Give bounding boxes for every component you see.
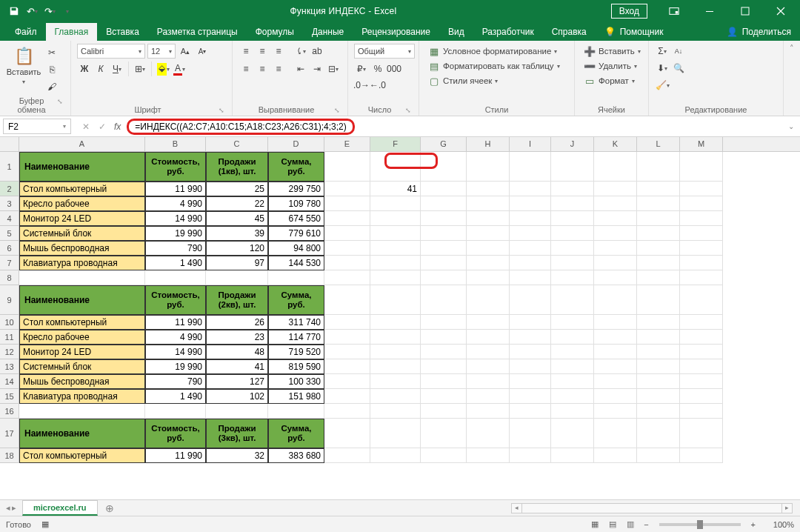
cell[interactable] (637, 182, 680, 196)
cell[interactable] (19, 270, 145, 285)
clipboard-launcher[interactable]: ⤡ (57, 98, 64, 105)
align-right[interactable]: ≡ (271, 61, 286, 76)
row-header-6[interactable]: 6 (0, 241, 19, 256)
cell[interactable] (510, 285, 551, 315)
cell[interactable] (370, 389, 421, 404)
cell[interactable] (510, 256, 551, 270)
fx-icon[interactable]: fx (114, 122, 127, 132)
borders-button[interactable]: ⊞▾ (133, 61, 147, 76)
cell[interactable] (324, 241, 370, 256)
redo-button[interactable]: ↷▾ (41, 3, 58, 19)
cell[interactable] (680, 152, 723, 182)
header-name[interactable]: Наименование (19, 419, 145, 448)
cell[interactable] (324, 285, 370, 315)
cell[interactable] (551, 389, 594, 404)
cell[interactable] (324, 196, 370, 211)
cell[interactable] (594, 330, 637, 345)
align-bottom[interactable]: ≡ (271, 44, 286, 59)
cell[interactable] (551, 285, 594, 315)
sheet-nav-prev[interactable]: ◂ (6, 503, 10, 513)
table-row[interactable]: 26 (206, 315, 268, 330)
table-row[interactable]: 11 990 (145, 315, 206, 330)
font-color-button[interactable]: A▾ (172, 61, 187, 76)
column-header-E[interactable]: E (324, 137, 370, 151)
cell[interactable] (637, 152, 680, 182)
italic-button[interactable]: К (93, 61, 108, 76)
cell[interactable] (510, 345, 551, 359)
tab-home[interactable]: Главная (46, 23, 98, 41)
formula-input[interactable]: =ИНДЕКС((A2:C7;A10:C15;A18:C23;A26:C31);… (127, 119, 354, 135)
view-normal[interactable]: ▦ (586, 519, 604, 529)
cell[interactable] (370, 226, 421, 241)
maximize-button[interactable] (729, 0, 761, 22)
table-row[interactable]: 1 490 (145, 389, 206, 404)
cell[interactable] (467, 241, 510, 256)
table-row[interactable]: 4 990 (145, 330, 206, 345)
cell[interactable] (370, 241, 421, 256)
tab-review[interactable]: Рецензирование (353, 23, 439, 41)
header-name[interactable]: Наименование (19, 152, 145, 182)
table-row[interactable]: Кресло рабочее (19, 330, 145, 345)
table-row[interactable]: Кресло рабочее (19, 196, 145, 211)
cell[interactable] (680, 211, 723, 226)
column-header-M[interactable]: M (680, 137, 723, 151)
cell[interactable] (421, 256, 467, 270)
cell[interactable] (324, 256, 370, 270)
delete-cells[interactable]: ➖Удалить▾ (581, 59, 642, 73)
enter-icon[interactable]: ✓ (95, 122, 110, 132)
table-row[interactable]: Монитор 24 LED (19, 211, 145, 226)
cell[interactable] (680, 196, 723, 211)
header-sum[interactable]: Сумма, руб. (268, 152, 324, 182)
cell[interactable] (680, 241, 723, 256)
fill-color-button[interactable]: ⬙▾ (156, 61, 170, 76)
column-header-F[interactable]: F (370, 137, 421, 151)
cell[interactable] (268, 404, 324, 419)
cell[interactable] (370, 359, 421, 374)
format-painter-button[interactable]: 🖌 (44, 79, 59, 94)
row-header-15[interactable]: 15 (0, 389, 19, 404)
table-row[interactable]: 719 520 (268, 345, 324, 359)
spreadsheet-grid[interactable]: ABCDEFGHIJKLM 1НаименованиеСтоимость, ру… (0, 137, 800, 492)
cell[interactable] (551, 270, 594, 285)
cell[interactable] (594, 152, 637, 182)
table-row[interactable]: 819 590 (268, 359, 324, 374)
row-header-4[interactable]: 4 (0, 211, 19, 226)
cell[interactable] (324, 270, 370, 285)
table-row[interactable]: 14 990 (145, 211, 206, 226)
active-cell[interactable]: 41 (370, 182, 421, 196)
cell[interactable] (324, 345, 370, 359)
ribbon-options-button[interactable] (658, 0, 690, 22)
cell[interactable] (680, 448, 723, 463)
cell[interactable] (421, 241, 467, 256)
cell[interactable] (324, 211, 370, 226)
cell[interactable] (510, 211, 551, 226)
percent-button[interactable]: % (370, 61, 385, 76)
cell[interactable] (467, 419, 510, 448)
table-row[interactable]: Клавиатура проводная (19, 389, 145, 404)
close-button[interactable] (764, 0, 797, 22)
cell[interactable] (510, 226, 551, 241)
cell[interactable] (594, 315, 637, 330)
cell[interactable] (637, 256, 680, 270)
cell[interactable] (637, 315, 680, 330)
minimize-button[interactable] (693, 0, 726, 22)
header-cost[interactable]: Стоимость, руб. (145, 419, 206, 448)
table-row[interactable]: 11 990 (145, 448, 206, 463)
cell[interactable] (370, 315, 421, 330)
align-top[interactable]: ≡ (239, 44, 253, 59)
table-row[interactable]: Монитор 24 LED (19, 345, 145, 359)
row-header-17[interactable]: 17 (0, 419, 19, 448)
autosum-button[interactable]: Σ▾ (655, 44, 670, 59)
cell[interactable] (594, 419, 637, 448)
table-row[interactable]: 14 990 (145, 345, 206, 359)
cell[interactable] (510, 182, 551, 196)
qat-customize[interactable]: ▾ (59, 3, 76, 19)
cell[interactable] (510, 419, 551, 448)
tab-layout[interactable]: Разметка страницы (148, 23, 247, 41)
cell[interactable] (510, 448, 551, 463)
number-launcher[interactable]: ⤡ (405, 107, 413, 114)
cell[interactable] (551, 345, 594, 359)
font-name-select[interactable]: Calibri▾ (77, 44, 145, 59)
cell[interactable] (421, 330, 467, 345)
align-left[interactable]: ≡ (239, 61, 253, 76)
